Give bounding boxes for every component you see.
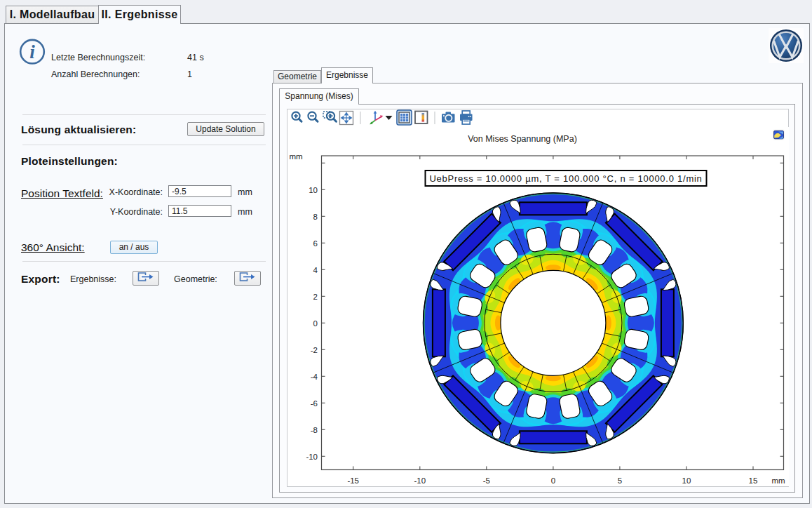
- svg-text:i: i: [29, 41, 35, 62]
- svg-text:10: 10: [309, 186, 318, 194]
- svg-text:6: 6: [313, 239, 317, 248]
- svg-text:4: 4: [313, 266, 318, 274]
- svg-text:-6: -6: [310, 399, 317, 408]
- svg-text:2: 2: [313, 293, 317, 301]
- svg-text:8: 8: [313, 213, 317, 221]
- svg-text:15: 15: [748, 476, 757, 485]
- svg-text:-8: -8: [310, 426, 317, 434]
- svg-text:-4: -4: [310, 373, 318, 381]
- svg-text:-5: -5: [482, 476, 489, 485]
- svg-text:mm: mm: [771, 476, 785, 485]
- svg-text:-2: -2: [310, 346, 317, 354]
- svg-text:mm: mm: [289, 152, 302, 161]
- svg-text:0: 0: [313, 319, 317, 328]
- svg-text:5: 5: [617, 476, 621, 485]
- svg-text:UebPress = 10.0000 µm, T = 100: UebPress = 10.0000 µm, T = 100.000 °C, n…: [429, 173, 702, 184]
- svg-text:-15: -15: [347, 476, 359, 485]
- svg-text:10: 10: [682, 476, 691, 485]
- svg-text:0: 0: [550, 476, 555, 485]
- svg-text:-10: -10: [414, 476, 426, 485]
- svg-text:Von Mises Spannung (MPa): Von Mises Spannung (MPa): [468, 134, 577, 144]
- svg-text:-10: -10: [306, 453, 318, 461]
